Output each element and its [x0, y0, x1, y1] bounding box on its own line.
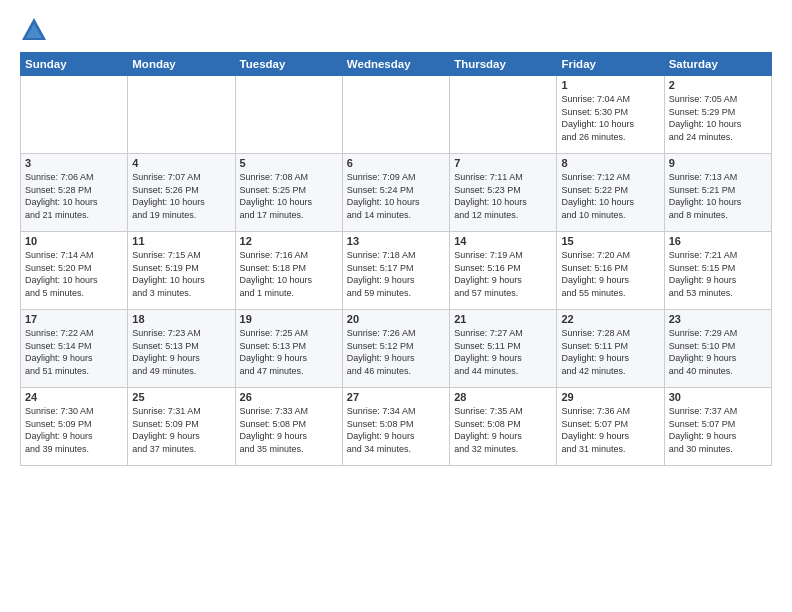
- day-info: Sunrise: 7:08 AM Sunset: 5:25 PM Dayligh…: [240, 171, 338, 221]
- day-info: Sunrise: 7:18 AM Sunset: 5:17 PM Dayligh…: [347, 249, 445, 299]
- day-info: Sunrise: 7:15 AM Sunset: 5:19 PM Dayligh…: [132, 249, 230, 299]
- calendar-cell: 4Sunrise: 7:07 AM Sunset: 5:26 PM Daylig…: [128, 154, 235, 232]
- day-info: Sunrise: 7:20 AM Sunset: 5:16 PM Dayligh…: [561, 249, 659, 299]
- calendar-cell: 18Sunrise: 7:23 AM Sunset: 5:13 PM Dayli…: [128, 310, 235, 388]
- day-info: Sunrise: 7:27 AM Sunset: 5:11 PM Dayligh…: [454, 327, 552, 377]
- day-number: 1: [561, 79, 659, 91]
- calendar-cell: 29Sunrise: 7:36 AM Sunset: 5:07 PM Dayli…: [557, 388, 664, 466]
- day-number: 15: [561, 235, 659, 247]
- day-number: 21: [454, 313, 552, 325]
- day-number: 3: [25, 157, 123, 169]
- calendar-header-friday: Friday: [557, 53, 664, 76]
- day-info: Sunrise: 7:12 AM Sunset: 5:22 PM Dayligh…: [561, 171, 659, 221]
- day-number: 26: [240, 391, 338, 403]
- day-info: Sunrise: 7:36 AM Sunset: 5:07 PM Dayligh…: [561, 405, 659, 455]
- calendar-cell: 20Sunrise: 7:26 AM Sunset: 5:12 PM Dayli…: [342, 310, 449, 388]
- day-number: 11: [132, 235, 230, 247]
- day-number: 14: [454, 235, 552, 247]
- day-number: 25: [132, 391, 230, 403]
- logo: [20, 16, 52, 44]
- day-number: 6: [347, 157, 445, 169]
- day-info: Sunrise: 7:13 AM Sunset: 5:21 PM Dayligh…: [669, 171, 767, 221]
- calendar-table: SundayMondayTuesdayWednesdayThursdayFrid…: [20, 52, 772, 466]
- day-info: Sunrise: 7:05 AM Sunset: 5:29 PM Dayligh…: [669, 93, 767, 143]
- calendar-cell: 30Sunrise: 7:37 AM Sunset: 5:07 PM Dayli…: [664, 388, 771, 466]
- calendar-body: 1Sunrise: 7:04 AM Sunset: 5:30 PM Daylig…: [21, 76, 772, 466]
- calendar-header-wednesday: Wednesday: [342, 53, 449, 76]
- calendar-week-row: 3Sunrise: 7:06 AM Sunset: 5:28 PM Daylig…: [21, 154, 772, 232]
- calendar-cell: 27Sunrise: 7:34 AM Sunset: 5:08 PM Dayli…: [342, 388, 449, 466]
- calendar-cell: 6Sunrise: 7:09 AM Sunset: 5:24 PM Daylig…: [342, 154, 449, 232]
- day-info: Sunrise: 7:33 AM Sunset: 5:08 PM Dayligh…: [240, 405, 338, 455]
- calendar-week-row: 10Sunrise: 7:14 AM Sunset: 5:20 PM Dayli…: [21, 232, 772, 310]
- day-number: 16: [669, 235, 767, 247]
- calendar-cell: [450, 76, 557, 154]
- calendar-header-monday: Monday: [128, 53, 235, 76]
- day-number: 30: [669, 391, 767, 403]
- day-info: Sunrise: 7:09 AM Sunset: 5:24 PM Dayligh…: [347, 171, 445, 221]
- day-number: 28: [454, 391, 552, 403]
- calendar-cell: 17Sunrise: 7:22 AM Sunset: 5:14 PM Dayli…: [21, 310, 128, 388]
- day-number: 24: [25, 391, 123, 403]
- calendar-cell: 8Sunrise: 7:12 AM Sunset: 5:22 PM Daylig…: [557, 154, 664, 232]
- day-number: 23: [669, 313, 767, 325]
- day-info: Sunrise: 7:29 AM Sunset: 5:10 PM Dayligh…: [669, 327, 767, 377]
- day-info: Sunrise: 7:22 AM Sunset: 5:14 PM Dayligh…: [25, 327, 123, 377]
- day-number: 12: [240, 235, 338, 247]
- day-number: 5: [240, 157, 338, 169]
- calendar-cell: [128, 76, 235, 154]
- calendar-cell: 7Sunrise: 7:11 AM Sunset: 5:23 PM Daylig…: [450, 154, 557, 232]
- calendar-cell: [235, 76, 342, 154]
- day-info: Sunrise: 7:26 AM Sunset: 5:12 PM Dayligh…: [347, 327, 445, 377]
- day-info: Sunrise: 7:21 AM Sunset: 5:15 PM Dayligh…: [669, 249, 767, 299]
- calendar-cell: 13Sunrise: 7:18 AM Sunset: 5:17 PM Dayli…: [342, 232, 449, 310]
- header: [20, 16, 772, 44]
- calendar-header-row: SundayMondayTuesdayWednesdayThursdayFrid…: [21, 53, 772, 76]
- logo-icon: [20, 16, 48, 44]
- calendar-cell: 19Sunrise: 7:25 AM Sunset: 5:13 PM Dayli…: [235, 310, 342, 388]
- calendar-week-row: 24Sunrise: 7:30 AM Sunset: 5:09 PM Dayli…: [21, 388, 772, 466]
- day-number: 22: [561, 313, 659, 325]
- calendar-header-tuesday: Tuesday: [235, 53, 342, 76]
- calendar-cell: 16Sunrise: 7:21 AM Sunset: 5:15 PM Dayli…: [664, 232, 771, 310]
- day-number: 4: [132, 157, 230, 169]
- calendar-header-thursday: Thursday: [450, 53, 557, 76]
- calendar-cell: 10Sunrise: 7:14 AM Sunset: 5:20 PM Dayli…: [21, 232, 128, 310]
- calendar-week-row: 1Sunrise: 7:04 AM Sunset: 5:30 PM Daylig…: [21, 76, 772, 154]
- day-number: 7: [454, 157, 552, 169]
- calendar-cell: 25Sunrise: 7:31 AM Sunset: 5:09 PM Dayli…: [128, 388, 235, 466]
- day-info: Sunrise: 7:11 AM Sunset: 5:23 PM Dayligh…: [454, 171, 552, 221]
- calendar-cell: 26Sunrise: 7:33 AM Sunset: 5:08 PM Dayli…: [235, 388, 342, 466]
- calendar-cell: 9Sunrise: 7:13 AM Sunset: 5:21 PM Daylig…: [664, 154, 771, 232]
- day-info: Sunrise: 7:07 AM Sunset: 5:26 PM Dayligh…: [132, 171, 230, 221]
- calendar-cell: 5Sunrise: 7:08 AM Sunset: 5:25 PM Daylig…: [235, 154, 342, 232]
- day-info: Sunrise: 7:25 AM Sunset: 5:13 PM Dayligh…: [240, 327, 338, 377]
- calendar-cell: 21Sunrise: 7:27 AM Sunset: 5:11 PM Dayli…: [450, 310, 557, 388]
- calendar-cell: 12Sunrise: 7:16 AM Sunset: 5:18 PM Dayli…: [235, 232, 342, 310]
- calendar-cell: 22Sunrise: 7:28 AM Sunset: 5:11 PM Dayli…: [557, 310, 664, 388]
- calendar-cell: [342, 76, 449, 154]
- calendar-cell: 15Sunrise: 7:20 AM Sunset: 5:16 PM Dayli…: [557, 232, 664, 310]
- calendar-header-sunday: Sunday: [21, 53, 128, 76]
- day-number: 17: [25, 313, 123, 325]
- day-info: Sunrise: 7:23 AM Sunset: 5:13 PM Dayligh…: [132, 327, 230, 377]
- day-info: Sunrise: 7:06 AM Sunset: 5:28 PM Dayligh…: [25, 171, 123, 221]
- calendar-cell: 2Sunrise: 7:05 AM Sunset: 5:29 PM Daylig…: [664, 76, 771, 154]
- day-info: Sunrise: 7:30 AM Sunset: 5:09 PM Dayligh…: [25, 405, 123, 455]
- calendar-cell: 14Sunrise: 7:19 AM Sunset: 5:16 PM Dayli…: [450, 232, 557, 310]
- calendar-cell: 24Sunrise: 7:30 AM Sunset: 5:09 PM Dayli…: [21, 388, 128, 466]
- day-number: 18: [132, 313, 230, 325]
- day-info: Sunrise: 7:28 AM Sunset: 5:11 PM Dayligh…: [561, 327, 659, 377]
- day-number: 10: [25, 235, 123, 247]
- calendar-week-row: 17Sunrise: 7:22 AM Sunset: 5:14 PM Dayli…: [21, 310, 772, 388]
- day-info: Sunrise: 7:16 AM Sunset: 5:18 PM Dayligh…: [240, 249, 338, 299]
- day-info: Sunrise: 7:14 AM Sunset: 5:20 PM Dayligh…: [25, 249, 123, 299]
- day-info: Sunrise: 7:37 AM Sunset: 5:07 PM Dayligh…: [669, 405, 767, 455]
- calendar-cell: [21, 76, 128, 154]
- calendar-cell: 11Sunrise: 7:15 AM Sunset: 5:19 PM Dayli…: [128, 232, 235, 310]
- calendar-header-saturday: Saturday: [664, 53, 771, 76]
- day-info: Sunrise: 7:35 AM Sunset: 5:08 PM Dayligh…: [454, 405, 552, 455]
- day-info: Sunrise: 7:19 AM Sunset: 5:16 PM Dayligh…: [454, 249, 552, 299]
- day-info: Sunrise: 7:34 AM Sunset: 5:08 PM Dayligh…: [347, 405, 445, 455]
- day-number: 9: [669, 157, 767, 169]
